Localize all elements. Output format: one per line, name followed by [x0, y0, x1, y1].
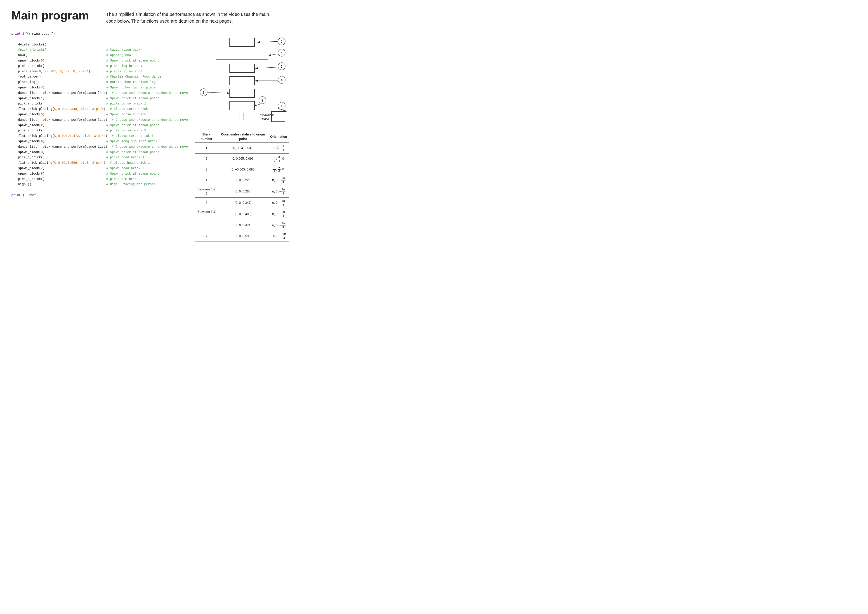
cell-orient: −π, 0, −3π4: [268, 231, 289, 242]
cell-coords: [0, 0, 0.471]: [218, 220, 268, 231]
table-row: 5 [0, 0, 0.347] π, 0, −3π4: [195, 197, 289, 208]
svg-text:2: 2: [262, 99, 264, 102]
code-main: spawn_block(7): [18, 166, 102, 171]
code-main: print ("Warming up..."): [11, 31, 95, 37]
code-main: print ("Done"): [11, 193, 95, 198]
code-main: flat_brick_placing(0,0.01,0.348, pi,0,-3…: [18, 107, 105, 112]
code-main: pick_a_brick(): [18, 101, 102, 107]
code-comment: # places it as shoe: [106, 69, 143, 75]
cell-coords: [0, 0, 0.533]: [218, 231, 268, 242]
cell-orient: π, 0, −3π4: [268, 220, 289, 231]
svg-text:7: 7: [281, 40, 282, 44]
code-main: dance_list = pick_dance_and_perform(danc…: [18, 90, 107, 96]
svg-text:block: block: [262, 117, 269, 121]
code-line: pick_a_brick() # picks head brick 1: [11, 155, 188, 160]
cell-orient: π2, π4, 0: [268, 153, 289, 164]
code-text: spawn_block(5): [18, 113, 45, 116]
code-main: spawn_block(5): [18, 112, 102, 117]
svg-text:3: 3: [203, 91, 205, 94]
svg-text:6: 6: [281, 51, 282, 55]
top-section: Main program The simplified simulation o…: [11, 9, 278, 25]
cell-brick: 2: [195, 153, 218, 164]
code-comment: # Spawn torso 2 brick: [106, 112, 146, 117]
code-line: pick_a_brick() # picks torso brick 3: [11, 128, 188, 134]
code-line: print ("Warming up..."): [11, 31, 188, 37]
code-block: print ("Warming up...") delete_blocks() …: [11, 31, 188, 198]
svg-rect-3: [229, 76, 254, 85]
code-comment: # opening bow: [106, 53, 131, 58]
cell-coords: [0, −0.065, 0.096]: [218, 164, 268, 175]
cell-coords: [0, 0, 0.285]: [218, 186, 268, 197]
code-line: spawn_block(5) # Spawn torso 2 brick: [11, 112, 188, 117]
page-title: Main program: [11, 9, 97, 22]
cell-coords: [0, 0, 0.223]: [218, 175, 268, 186]
code-text: spawn_block(0): [18, 59, 45, 62]
code-main: dance_list = pick_dance_and_perform(danc…: [18, 117, 107, 123]
code-comment: # Spawn other leg in place: [106, 85, 155, 90]
code-main: spawn_block(1): [18, 96, 102, 101]
code-main: pick_a_brick(): [18, 155, 102, 160]
svg-line-23: [258, 41, 278, 42]
code-text: ("Done"): [23, 193, 38, 197]
code-line: dance_list = pick_dance_and_perform(danc…: [11, 117, 188, 123]
code-column: print ("Warming up...") delete_blocks() …: [11, 31, 188, 242]
description: The simplified simulation of the perform…: [106, 9, 278, 25]
cell-coords: [0, 0, 0.409]: [218, 208, 268, 220]
code-line: flat_brick_placing(0,0.020,0.472, pi,0,-…: [11, 134, 188, 139]
code-comment: # places torso brick 1: [110, 107, 152, 112]
col-brick-number: Brick number: [195, 131, 218, 143]
code-text: spawn_block(7): [18, 166, 45, 170]
main-content: print ("Warming up...") delete_blocks() …: [11, 31, 278, 242]
table-row: Between 5 & 6 [0, 0, 0.409] π, 0, −3π4: [195, 208, 289, 220]
cell-orient: π, 0, −π4: [268, 143, 289, 154]
code-main: dance_list = pick_dance_and_perform(danc…: [18, 144, 107, 150]
cell-coords: [0, 0.065, 0.096]: [218, 153, 268, 164]
table-row: 1 [0, 0.34, 0.031] π, 0, −π4: [195, 143, 289, 154]
code-line: print ("Done"): [11, 193, 188, 198]
svg-line-27: [208, 92, 229, 93]
table-header-row: Brick number Coordinates relative to ori…: [195, 131, 289, 143]
code-main: place_shoe(0, -0.285, 0, pi, 0, -pi/4): [18, 69, 102, 75]
code-comment: # picks torso brick 3: [106, 128, 146, 134]
code-line: spawn_block(4) # Spawn other leg in plac…: [11, 85, 188, 90]
code-line: spawn_block(8) # Spawn brick at spawn po…: [11, 171, 188, 177]
cell-orient: π2, π4, 0: [268, 164, 289, 175]
code-main: spawn_block(4): [18, 85, 102, 90]
cell-brick: 3: [195, 164, 218, 175]
keyword-print: print: [11, 32, 23, 36]
svg-text:1: 1: [281, 104, 282, 108]
col-orientation: Orientation: [268, 131, 289, 143]
cell-brick: 5: [195, 197, 218, 208]
cell-brick: Between 5 & 6: [195, 208, 218, 220]
code-text: spawn_block(3): [18, 151, 45, 154]
code-comment: # High 5 facing the person: [106, 182, 155, 187]
brick-table: Brick number Coordinates relative to ori…: [195, 131, 289, 242]
code-line: bow() # opening bow: [11, 53, 188, 58]
code-line: place_leg() # Rotate shoe to place leg: [11, 79, 188, 85]
cell-coords: [0, 0, 0.347]: [218, 197, 268, 208]
cell-brick: 7: [195, 231, 218, 242]
code-line: dance_list = pick_dance_and_perform(danc…: [11, 90, 188, 96]
svg-line-24: [269, 54, 278, 55]
code-text: #pick_a_brick(): [18, 48, 46, 51]
svg-text:4: 4: [281, 78, 282, 82]
code-main: #pick_a_brick(): [18, 47, 102, 53]
code-main: spawn_block(3): [18, 150, 102, 155]
code-text: ("Warming up..."): [23, 32, 55, 36]
cell-orient: π, 0, −3π4: [268, 186, 289, 197]
code-line: spawn_block(6) # Spawn long shoulder bri…: [11, 139, 188, 144]
code-line: high5() # High 5 facing the person: [11, 182, 188, 187]
table-row: Between 4 & 5 [0, 0, 0.285] π, 0, −3π4: [195, 186, 289, 197]
code-main: pick_a_brick(): [18, 177, 102, 182]
svg-text:'Spawned': 'Spawned': [260, 113, 274, 117]
code-comment: # Charlie Chapplin Foot dance: [106, 74, 161, 79]
code-comment: # picks torso brick 1: [106, 101, 146, 107]
code-text: spawn_block(6): [18, 140, 45, 143]
code-line: spawn_block(2) # Spawn brick at spawn po…: [11, 123, 188, 128]
title-col: Main program: [11, 9, 97, 25]
svg-line-29: [278, 108, 286, 112]
code-comment: # picks head brick 1: [106, 155, 144, 160]
code-line: spawn_block(3) # Spawn brick at spawn po…: [11, 150, 188, 155]
svg-line-25: [256, 67, 278, 68]
code-line: pick_a_brick() # picks torso brick 1: [11, 101, 188, 107]
